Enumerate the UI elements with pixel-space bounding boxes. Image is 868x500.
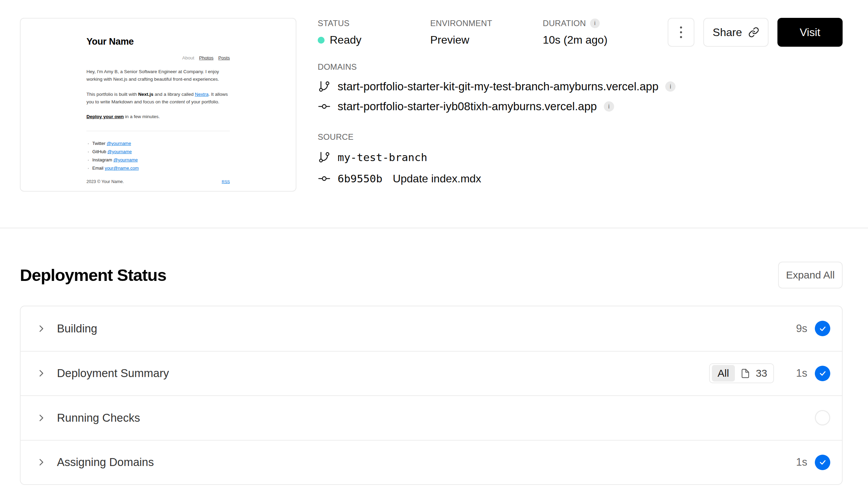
status-row-assigning-domains[interactable]: Assigning Domains 1s — [21, 440, 842, 485]
preview-nextra-link: Nextra — [195, 92, 209, 97]
preview-nav: About Photos Posts — [86, 55, 230, 60]
preview-nav-posts: Posts — [218, 55, 230, 60]
link-icon — [748, 27, 759, 38]
share-button[interactable]: Share — [703, 18, 769, 47]
filter-all-segment[interactable]: All — [712, 365, 735, 382]
status-row-duration: 1s — [796, 367, 807, 379]
success-check-icon — [815, 366, 830, 381]
status-row-running-checks[interactable]: Running Checks — [21, 395, 842, 440]
preview-instagram-link: @yourname — [113, 157, 138, 162]
git-branch-icon — [318, 80, 331, 93]
git-commit-icon — [318, 100, 331, 113]
preview-nav-about: About — [182, 55, 194, 60]
preview-site: Your Name About Photos Posts Hey, I'm Am… — [86, 19, 230, 191]
status-column: STATUS Ready — [318, 19, 430, 46]
deployment-status-title: Deployment Status — [20, 265, 166, 285]
status-value: Ready — [318, 34, 430, 46]
list-item: Twitter @yourname — [92, 141, 230, 146]
domain-row: start-portfolio-starter-kit-git-my-test-… — [318, 80, 843, 93]
preview-twitter-link: @yourname — [107, 141, 131, 146]
preview-rss-link: RSS — [222, 180, 230, 184]
domain-link-deployment[interactable]: start-portfolio-starter-iyb08tixh-amybur… — [338, 100, 597, 113]
status-row-title: Deployment Summary — [57, 367, 169, 380]
more-options-button[interactable] — [668, 18, 694, 47]
preview-site-title: Your Name — [86, 36, 230, 47]
status-label: STATUS — [318, 19, 430, 28]
status-row-deployment-summary[interactable]: Deployment Summary All 33 1s — [21, 351, 842, 396]
deployment-status-header: Deployment Status Expand All — [20, 260, 843, 291]
environment-column: ENVIRONMENT Preview — [430, 19, 543, 46]
chevron-right-icon — [36, 368, 46, 378]
duration-label: DURATION i — [543, 19, 608, 28]
pending-status-icon — [815, 410, 830, 425]
source-commit-sha[interactable]: 6b9550b — [338, 172, 383, 185]
deployment-status-card: Building 9s Deployment Summary All 33 1s — [20, 306, 843, 485]
success-check-icon — [815, 455, 830, 470]
file-icon — [740, 368, 750, 378]
status-row-title: Running Checks — [57, 411, 140, 424]
duration-value: 10s (2m ago) — [543, 34, 608, 46]
chevron-right-icon — [36, 324, 46, 333]
success-check-icon — [815, 321, 830, 336]
ready-status-dot-icon — [318, 37, 325, 44]
source-branch-name[interactable]: my-test-branch — [338, 151, 427, 163]
status-row-duration: 9s — [796, 322, 807, 335]
chevron-right-icon — [36, 413, 46, 423]
source-commit-row: 6b9550b Update index.mdx — [318, 172, 843, 185]
preview-footer: 2023 © Your Name. RSS — [86, 179, 230, 184]
expand-all-button[interactable]: Expand All — [778, 262, 843, 288]
git-commit-icon — [318, 172, 331, 185]
git-branch-icon — [318, 151, 331, 164]
preview-email-link: your@name.com — [105, 166, 139, 171]
preview-paragraph-deploy: Deploy your own in a few minutes. — [86, 113, 230, 121]
status-row-title: Assigning Domains — [57, 456, 154, 469]
file-count: 33 — [756, 367, 767, 379]
status-row-building[interactable]: Building 9s — [21, 306, 842, 351]
duration-info-icon[interactable]: i — [590, 19, 600, 28]
preview-paragraph-about: This portfolio is built with Next.js and… — [86, 91, 230, 106]
duration-column: DURATION i 10s (2m ago) — [543, 19, 608, 46]
list-item: Instagram @yourname — [92, 157, 230, 162]
preview-social-list: Twitter @yourname GitHub @yourname Insta… — [86, 141, 230, 171]
status-row-duration: 1s — [796, 456, 807, 468]
status-row-title: Building — [57, 322, 97, 335]
domain-row: start-portfolio-starter-iyb08tixh-amybur… — [318, 100, 843, 113]
preview-paragraph-intro: Hey, I'm Amy B, a Senior Software Engine… — [86, 68, 230, 83]
preview-github-link: @yourname — [107, 149, 132, 154]
environment-label: ENVIRONMENT — [430, 19, 543, 28]
domain-link-branch[interactable]: start-portfolio-starter-kit-git-my-test-… — [338, 80, 658, 93]
list-item: Email your@name.com — [92, 166, 230, 171]
visit-button[interactable]: Visit — [777, 18, 843, 47]
deployment-overview: Your Name About Photos Posts Hey, I'm Am… — [20, 18, 843, 192]
domain-info-icon[interactable]: i — [604, 101, 614, 112]
preview-deploy-link: Deploy your own — [86, 114, 124, 119]
source-commit-message: Update index.mdx — [393, 172, 481, 185]
chevron-right-icon — [36, 457, 46, 467]
preview-copyright: 2023 © Your Name. — [86, 179, 124, 184]
deployment-preview-thumbnail[interactable]: Your Name About Photos Posts Hey, I'm Am… — [20, 18, 296, 192]
domain-info-icon[interactable]: i — [665, 81, 676, 92]
preview-nav-photos: Photos — [199, 55, 213, 60]
summary-filter-pill[interactable]: All 33 — [709, 363, 774, 383]
domains-label: DOMAINS — [318, 62, 843, 72]
kebab-menu-icon — [680, 26, 682, 29]
section-divider — [0, 228, 868, 228]
list-item: GitHub @yourname — [92, 149, 230, 154]
source-label: SOURCE — [318, 132, 843, 142]
source-branch-row: my-test-branch — [318, 151, 843, 164]
deployment-detail-page: Your Name About Photos Posts Hey, I'm Am… — [0, 0, 868, 500]
preview-divider — [86, 131, 230, 131]
environment-value: Preview — [430, 34, 543, 46]
deployment-actions: Share Visit — [668, 18, 843, 47]
